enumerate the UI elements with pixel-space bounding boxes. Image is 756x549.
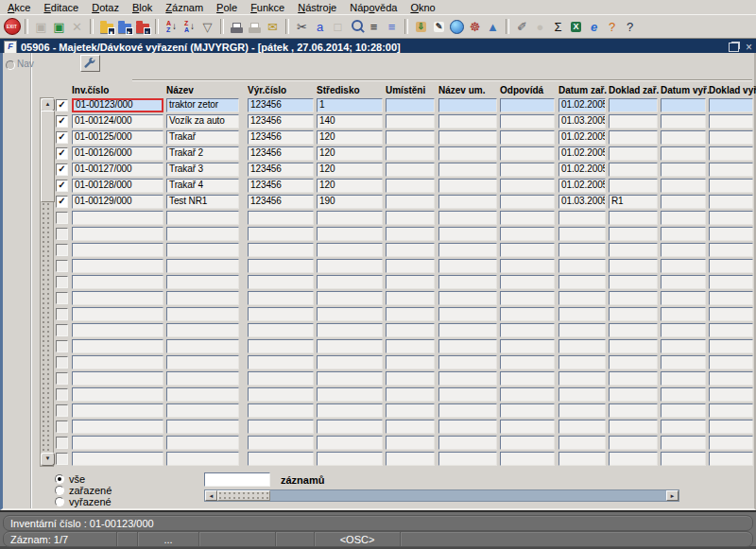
grid-cell[interactable] (438, 387, 497, 402)
grid-cell[interactable] (661, 420, 706, 434)
grid-cell[interactable] (386, 163, 435, 177)
grid-cell[interactable] (609, 452, 658, 466)
grid-cell[interactable] (438, 339, 497, 353)
grid-cell[interactable] (558, 403, 606, 418)
row-checkbox[interactable] (56, 388, 68, 401)
grid-cell[interactable] (317, 420, 383, 434)
grid-cell[interactable] (609, 323, 658, 337)
cut-icon[interactable]: ✂ (293, 17, 311, 36)
grid-cell[interactable] (386, 146, 435, 161)
grid-cell[interactable] (709, 163, 753, 177)
radio-zarazene-icon[interactable] (55, 486, 64, 495)
exit-button[interactable]: EXIT (3, 17, 21, 36)
menu-item-napoveda[interactable]: Nápověda (344, 1, 404, 14)
grid-cell[interactable] (72, 387, 163, 402)
grid-cell[interactable] (500, 275, 555, 289)
grid-cell[interactable] (500, 371, 555, 386)
grid-cell[interactable] (500, 420, 555, 434)
menu-item-dotaz[interactable]: Dotaz (86, 1, 127, 14)
grid-cell[interactable] (248, 387, 314, 402)
grid-cell[interactable]: Trakař 4 (166, 179, 239, 193)
grid-cell[interactable] (248, 355, 314, 369)
grid-cell[interactable] (661, 371, 706, 386)
grid-cell[interactable] (709, 114, 753, 129)
grid-cell[interactable] (438, 227, 497, 241)
grid-cell[interactable] (386, 339, 435, 353)
row-checkbox[interactable]: ✓ (56, 131, 68, 144)
row-checkbox[interactable] (56, 244, 68, 256)
grid-cell[interactable]: 123456 (248, 114, 314, 129)
hscrollbar-thumb[interactable] (217, 490, 270, 501)
grid-cell[interactable] (438, 403, 497, 418)
grid-cell[interactable] (500, 146, 555, 161)
navigator-wheel-icon[interactable]: ☸ (466, 17, 484, 36)
grid-cell[interactable] (558, 243, 606, 257)
scroll-down-icon[interactable]: ▼ (41, 453, 55, 466)
grid-cell[interactable] (661, 130, 706, 145)
grid-cell[interactable] (438, 307, 497, 321)
grid-cell[interactable] (248, 291, 314, 305)
grid-cell[interactable] (500, 259, 555, 273)
grid-cell[interactable] (709, 211, 753, 225)
row-checkbox[interactable]: ✓ (56, 163, 68, 176)
scroll-right-icon[interactable]: ► (666, 490, 679, 501)
grid-cell[interactable] (386, 275, 435, 289)
menu-item-blok[interactable]: Blok (127, 1, 160, 14)
grid-cell[interactable] (386, 436, 435, 450)
grid-cell[interactable] (609, 163, 658, 177)
radio-vse-icon[interactable] (55, 474, 64, 484)
grid-cell[interactable] (609, 98, 658, 112)
grid-cell[interactable] (500, 163, 555, 177)
paste-icon[interactable]: a (311, 17, 329, 36)
grid-cell[interactable] (248, 323, 314, 337)
graphics-icon[interactable]: ▲ (484, 17, 502, 36)
grid-cell[interactable] (386, 114, 435, 129)
grid-cell[interactable] (166, 355, 239, 369)
nav-label[interactable]: Nav (17, 59, 34, 69)
grid-cell[interactable] (609, 387, 658, 402)
row-checkbox[interactable]: ✓ (56, 196, 68, 208)
grid-cell[interactable] (72, 452, 163, 466)
grid-cell[interactable] (248, 420, 314, 434)
grid-cell[interactable] (500, 211, 555, 225)
grid-cell[interactable] (438, 275, 497, 289)
scrollbar-thumb[interactable] (41, 111, 55, 202)
grid-cell[interactable]: 01.02.2005 (558, 179, 606, 193)
grid-cell[interactable]: 01.02.2005 (558, 130, 606, 145)
grid-cell[interactable] (609, 291, 658, 305)
grid-cell[interactable] (438, 195, 497, 209)
grid-cell[interactable] (661, 211, 706, 225)
grid-cell[interactable] (709, 243, 753, 257)
grid-cell[interactable] (72, 227, 163, 241)
grid-cell[interactable] (386, 259, 435, 273)
grid-cell[interactable] (438, 179, 497, 193)
grid-cell[interactable] (317, 436, 383, 450)
sort-ascending-icon[interactable]: AZ↓ (163, 17, 180, 36)
record-scrollbar[interactable]: ▲ ▼ (40, 97, 54, 467)
grid-cell[interactable] (609, 146, 658, 161)
grid-cell[interactable] (166, 452, 239, 466)
grid-cell[interactable] (500, 436, 555, 450)
grid-cell[interactable] (166, 243, 239, 257)
grid-cell[interactable] (661, 323, 706, 337)
grid-cell[interactable] (609, 339, 658, 353)
grid-cell[interactable] (72, 291, 163, 305)
row-checkbox[interactable] (56, 212, 68, 224)
settings-wrench-button[interactable] (80, 55, 100, 72)
grid-cell[interactable] (72, 355, 163, 369)
grid-cell[interactable] (661, 179, 706, 193)
grid-cell[interactable] (386, 452, 435, 466)
grid-cell[interactable]: Test NR1 (166, 195, 239, 209)
grid-cell[interactable] (709, 179, 753, 193)
grid-cell[interactable] (317, 275, 383, 289)
grid-cell[interactable] (609, 211, 658, 225)
grid-cell[interactable]: 123456 (248, 130, 314, 145)
row-checkbox[interactable] (56, 453, 68, 465)
menu-item-akce[interactable]: Akce (2, 1, 38, 14)
grid-cell[interactable] (709, 371, 753, 386)
grid-cell[interactable]: 01.03.2005 (558, 195, 606, 209)
help-icon[interactable]: ? (621, 17, 639, 36)
grid-cell[interactable]: 01-00129/000 (72, 195, 163, 209)
grid-cell[interactable] (386, 371, 435, 386)
grid-cell[interactable] (661, 452, 706, 466)
